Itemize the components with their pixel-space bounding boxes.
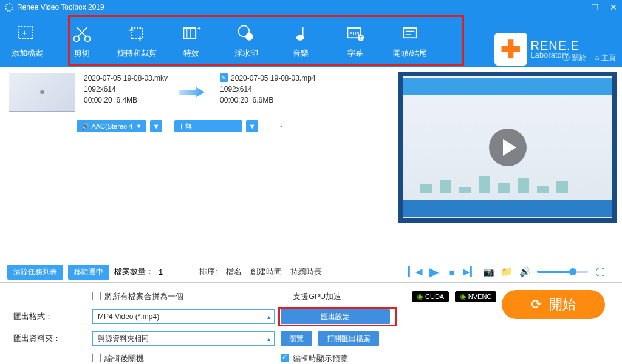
effect-button[interactable]: ✦ 特效 [164,15,219,67]
file-list-panel: ▦ 2020-07-05 19-08-03.mkv 1092x614 00:00… [0,67,394,261]
folder-label: 匯出資料夾： [13,333,86,344]
snapshot-button[interactable]: 📷 [482,266,494,278]
open-export-folder-button[interactable]: 打開匯出檔案 [318,331,379,346]
shutdown-checkbox[interactable]: 編輯後關機 [92,353,275,364]
volume-slider[interactable] [537,271,588,273]
subtitle-icon: SUBT [344,22,366,44]
edit-icon[interactable] [220,73,228,82]
merge-checkbox[interactable]: 將所有檔案合拼為一個 [92,291,275,302]
sort-by-length[interactable]: 持續時長 [290,266,322,277]
svg-text:✦: ✦ [197,25,202,32]
audio-dropdown-icon[interactable]: ▼ [150,120,162,132]
source-filename: 2020-07-05 19-08-03.mkv [84,73,168,84]
gpu-checkbox[interactable]: 支援GPU加速 [281,291,402,302]
reload-icon: ⟳ [531,297,542,312]
sort-by-name[interactable]: 檔名 [226,266,242,277]
target-badges: T 無 ▼ - [174,120,282,132]
source-badges: 🔊 AAC(Stereo 4▼ ▼ [77,120,162,132]
play-button[interactable]: ▶ [428,266,440,278]
start-button[interactable]: ⟳ 開始 [502,290,605,319]
target-duration: 00:00:20 [220,96,248,104]
remove-selected-button[interactable]: 移除選中 [68,265,109,280]
convert-arrow-icon [168,84,216,101]
open-file-button[interactable]: 📁 [501,266,513,278]
player-controls: ▎◀ ▶ ■ ▶▎ 📷 📁 🔊 ⛶ [409,266,615,278]
next-button[interactable]: ▶▎ [464,266,476,278]
sort-label: 排序: [199,266,217,277]
volume-icon[interactable]: 🔊 [519,266,531,278]
browse-button[interactable]: 瀏覽 [281,331,312,346]
source-resolution: 1092x614 [84,84,168,95]
title-bar: Renee Video Toolbox 2019 — ☐ ✕ [0,0,622,15]
preview-play-button[interactable] [489,129,527,166]
target-file-info: 2020-07-05 19-08-03.mp4 1092x614 00:00:2… [220,73,315,106]
add-file-button[interactable]: + 添加檔案 [0,15,55,67]
subtitle-label: 字幕 [347,48,363,59]
subtitle-select[interactable]: T 無 [174,120,242,132]
add-file-icon: + [16,22,38,44]
target-size: 6.6MB [252,96,273,104]
audio-select[interactable]: 🔊 AAC(Stereo 4▼ [77,120,146,132]
nvenc-badge: ◉NVENC [455,291,497,302]
head-tail-icon [399,22,421,44]
music-button[interactable]: 音樂 [273,15,328,67]
video-preview[interactable] [398,72,617,223]
music-label: 音樂 [293,48,309,59]
sort-by-time[interactable]: 創建時間 [250,266,282,277]
crop-icon [126,22,148,44]
cuda-badge: ◉CUDA [412,291,449,302]
top-links: ⓘ 關於 ⌂ 主頁 [562,53,616,63]
source-duration: 00:00:20 [84,96,112,104]
svg-rect-5 [183,28,196,39]
stop-button[interactable]: ■ [446,266,458,278]
fullscreen-button[interactable]: ⛶ [594,266,606,278]
add-file-label: 添加檔案 [12,48,43,59]
cut-button[interactable]: 剪切 [55,15,109,67]
file-count-label: 檔案數量： [114,266,154,277]
head-tail-label: 開頭/結尾 [393,48,427,59]
prev-button[interactable]: ▎◀ [409,266,422,278]
file-count-value: 1 [159,268,163,277]
watermark-label: 浮水印 [234,48,258,59]
folder-select[interactable]: 與源資料夾相同 [92,331,275,346]
about-link[interactable]: ⓘ 關於 [562,53,586,63]
svg-text:+: + [22,28,27,38]
scissors-icon [71,22,93,44]
rotate-crop-label: 旋轉和裁剪 [117,48,157,59]
head-tail-button[interactable]: 開頭/結尾 [383,15,437,67]
svg-rect-16 [403,28,417,38]
home-link[interactable]: ⌂ 主頁 [595,53,616,63]
list-control-bar: 清除任務列表 移除選中 檔案數量： 1 排序: 檔名 創建時間 持續時長 ▎◀ … [0,261,622,283]
close-button[interactable]: ✕ [610,2,617,12]
preview-checkbox[interactable]: 編輯時顯示預覽 [281,353,402,364]
svg-text:SUB: SUB [349,31,360,36]
svg-point-2 [74,36,80,42]
file-row[interactable]: ▦ 2020-07-05 19-08-03.mkv 1092x614 00:00… [0,67,394,118]
cut-label: 剪切 [74,48,90,59]
clear-list-button[interactable]: 清除任務列表 [7,265,63,280]
maximize-button[interactable]: ☐ [591,2,599,12]
app-icon [5,3,13,12]
svg-point-3 [85,36,91,42]
format-select[interactable]: MP4 Video (*.mp4) [92,309,275,324]
export-settings-button[interactable]: 匯出設定 [281,309,390,324]
svg-text:T: T [359,35,363,41]
watermark-button[interactable]: 浮水印 [219,15,273,67]
app-title: Renee Video Toolbox 2019 [17,3,572,12]
window-controls: — ☐ ✕ [572,2,617,12]
minimize-button[interactable]: — [572,2,580,12]
subtitle-dropdown-icon[interactable]: ▼ [246,120,258,132]
effect-icon: ✦ [180,22,202,44]
target-resolution: 1092x614 [220,84,315,95]
preview-panel [394,67,622,261]
main-toolbar: + 添加檔案 剪切 旋轉和裁剪 ✦ 特效 浮水印 音樂 SUBT 字幕 開頭/結… [0,15,622,67]
source-size: 6.4MB [116,96,137,104]
music-icon [290,22,312,44]
subtitle-button[interactable]: SUBT 字幕 [328,15,383,67]
effect-label: 特效 [183,48,199,59]
start-label: 開始 [549,295,576,314]
target-dash: - [280,122,282,130]
logo-badge-icon: ✚ [494,33,527,66]
rotate-crop-button[interactable]: 旋轉和裁剪 [109,15,164,67]
watermark-icon [235,22,257,44]
